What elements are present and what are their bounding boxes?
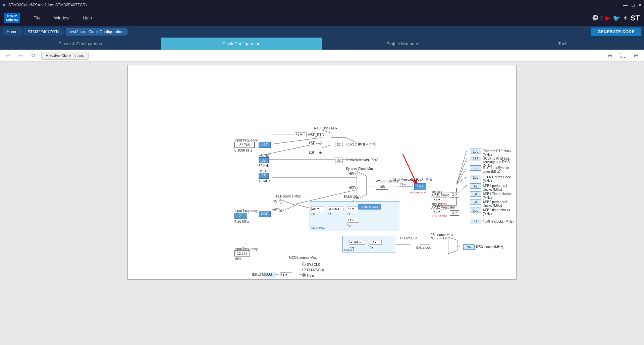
social-icons: ⓲ f ▶ 🐦 ✦ ST (592, 14, 640, 22)
mco2-src-mux-label: MCO2 source Mux (289, 256, 317, 260)
twitter-icon[interactable]: 🐦 (613, 14, 620, 22)
menu-window[interactable]: Window (47, 10, 76, 26)
community-icon[interactable]: ⓲ (592, 14, 598, 21)
plli2s-n-select[interactable]: X 192 ▾ (350, 240, 365, 245)
breadcrumb-current[interactable]: test2.ioc - Clock Configuration (66, 28, 129, 36)
pll-m-select[interactable]: /25 ▾ (311, 207, 324, 211)
redo-button[interactable]: ↪ (16, 51, 25, 60)
pll-n-select[interactable]: X 336 ▾ (328, 207, 343, 211)
input-freq-1-value[interactable]: 32.768 (234, 142, 255, 148)
out-apb2-timer-box[interactable]: 168 (470, 208, 481, 213)
resolve-clock-button[interactable]: Resolve Clock Issues (41, 52, 89, 60)
out-apb1-timer-box[interactable]: 84 (470, 191, 481, 197)
apb2-prescaler-select[interactable]: / 2 ▾ (433, 210, 447, 214)
generate-code-button[interactable]: GENERATE CODE (591, 27, 641, 36)
out-apb1-periph-box[interactable]: 42 (470, 183, 481, 189)
youtube-icon[interactable]: ▶ (605, 14, 610, 22)
sys-clk-mux-label: System Clock Mux (346, 167, 374, 171)
out-48mhz-box[interactable]: 48 (470, 219, 481, 224)
lse-box[interactable]: LSE (259, 142, 271, 148)
mco2-div-select[interactable]: / 1 ▾ (280, 272, 292, 277)
hse-div2-select[interactable]: / 2 ▾ (295, 132, 307, 137)
out-fclk-box[interactable]: 168 (470, 175, 481, 180)
hclk-box[interactable]: 168 (414, 183, 426, 190)
mco2-hse-radio[interactable] (302, 273, 306, 277)
zoom-out-button[interactable]: ⊖ (632, 51, 640, 60)
maximize-button[interactable]: □ (632, 2, 634, 8)
tab-tools[interactable]: Tools (483, 38, 644, 50)
mco2-sysclk-radio[interactable] (302, 263, 306, 266)
menu-file[interactable]: File (27, 10, 47, 26)
mco2-sysclk-label: SYSCLK (307, 263, 320, 267)
out-eth-ptp-box[interactable]: 168 (470, 149, 481, 154)
hsi-value[interactable]: 16 (259, 173, 269, 179)
pll-hsi-radio[interactable] (279, 200, 282, 204)
pll-p-label: / P (347, 213, 351, 216)
lsi-value[interactable]: 32 (259, 157, 269, 163)
ahb-prescaler-select[interactable]: / 1 ▾ (399, 182, 413, 187)
main-pll-label: Main PLL (311, 226, 325, 229)
undo-button[interactable]: ↩ (4, 51, 12, 60)
logo-line1: STM32 (6, 14, 18, 18)
plli2s-r-select[interactable]: / 2 ▾ (370, 240, 382, 245)
out-fclk-label: FCLK Cortex clock (MHz) (483, 175, 516, 183)
close-button[interactable]: × (639, 2, 641, 8)
plli2s-r-label: / R (370, 246, 374, 249)
lse-dot (319, 142, 322, 145)
out-48mhz-label: 48MHz clocks (MHz) (483, 220, 514, 223)
i2s-96-box[interactable]: 96 (463, 244, 475, 250)
zoom-in-button[interactable]: ⊕ (606, 51, 614, 60)
sysclk-box[interactable]: 168 (376, 184, 388, 190)
app-logo: STM32 CubeMX (4, 13, 20, 23)
svg-line-18 (457, 177, 467, 184)
out-apb2-periph-box[interactable]: 84 (470, 199, 481, 205)
breadcrumb-home[interactable]: Home (3, 28, 23, 36)
minimize-button[interactable]: — (623, 2, 628, 8)
hse-box[interactable]: HSE (259, 211, 271, 217)
network-icon[interactable]: ✦ (623, 14, 628, 22)
lsi-dot (319, 152, 322, 154)
pll-q-select[interactable]: / 4 ▾ (347, 218, 359, 223)
logo-line2: CubeMX (6, 18, 18, 22)
plli2sclk-label1: PLLI2SCLK (400, 236, 418, 240)
tab-pinout[interactable]: Pinout & Configuration (0, 38, 161, 50)
input-freq-1-unit: 0-1000 KHz (234, 149, 252, 152)
sys-pllclk-radio[interactable] (355, 195, 359, 199)
tab-project[interactable]: Project Manager (322, 38, 483, 50)
mco2-pllclk-radio[interactable] (302, 279, 306, 280)
svg-line-4 (346, 137, 356, 142)
pll-m-label: / M (311, 213, 316, 216)
input-freq-3-value[interactable]: 12.288 (234, 250, 250, 256)
sys-hse-dot (355, 187, 358, 189)
apb1-prescaler-select[interactable]: / 4 ▾ (433, 197, 447, 202)
enable-css-button[interactable]: Enable CSS (358, 204, 381, 210)
fit-button[interactable]: ⛶ (618, 51, 628, 60)
svg-marker-39 (321, 130, 331, 148)
pll-hse-radio[interactable] (279, 209, 282, 212)
breadcrumb-device[interactable]: STM32F407ZGTx (23, 28, 65, 36)
tab-bar: Pinout & Configuration Clock Configurati… (0, 38, 644, 50)
sys-hsi-label: HSI (348, 172, 354, 176)
out-ahb-box[interactable]: 168 (470, 156, 481, 161)
out-cortex-box[interactable]: 168 (470, 165, 481, 171)
mco2-label: (MHz) MCO2 (252, 273, 272, 276)
main-pll-block: Main PLL /25 ▾ / M X 336 ▾ * N / 2 ▾ / P… (310, 202, 400, 231)
menu-help[interactable]: Help (76, 10, 99, 26)
ext-clock-label: Ext. clock (416, 246, 431, 249)
hsi-freq: 16 MHz (259, 179, 270, 183)
svg-line-16 (457, 159, 467, 184)
mco2-plli2sclk-radio[interactable] (302, 268, 306, 271)
mco2-plli2sclk-label: PLLI2SCLK (307, 268, 324, 272)
st-logo-icon: ST (631, 14, 640, 22)
sys-pllclk-label: PLLCLK (344, 195, 357, 198)
refresh-button[interactable]: ↻ (29, 51, 37, 60)
pclk2-label: PCLK2 (432, 203, 442, 207)
pll-p-select[interactable]: / 2 ▾ (347, 207, 359, 211)
lse-2-label: LSE (309, 141, 315, 145)
iwdg-32-box: 32 (335, 158, 342, 163)
plli2s-block: PLLI2S X 192 ▾ * N / 2 ▾ / R (342, 236, 396, 252)
facebook-icon[interactable]: f (601, 14, 603, 21)
input-freq-2-value[interactable]: 25 (234, 213, 247, 219)
main-content: To RTC (KHz) To IWDG (KHz) (0, 62, 644, 345)
tab-clock[interactable]: Clock Configuration (161, 38, 322, 50)
